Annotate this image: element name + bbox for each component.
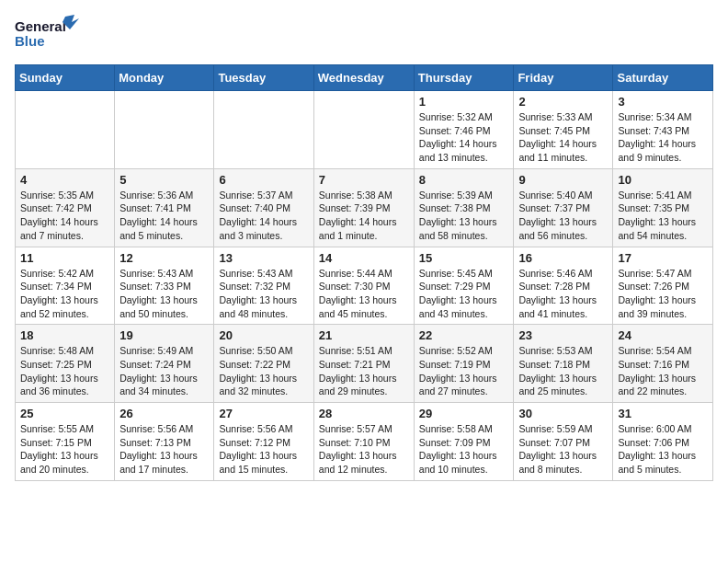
day-number: 18 bbox=[20, 328, 109, 342]
day-of-week-header: Tuesday bbox=[214, 65, 313, 91]
calendar-cell: 24Sunrise: 5:54 AM Sunset: 7:16 PM Dayli… bbox=[613, 325, 713, 403]
day-info: Sunrise: 5:55 AM Sunset: 7:15 PM Dayligh… bbox=[20, 422, 109, 477]
day-info: Sunrise: 5:49 AM Sunset: 7:24 PM Dayligh… bbox=[119, 344, 209, 398]
day-number: 28 bbox=[319, 407, 409, 420]
day-number: 15 bbox=[419, 251, 509, 265]
calendar-cell: 29Sunrise: 5:58 AM Sunset: 7:09 PM Dayli… bbox=[414, 403, 514, 481]
calendar-cell: 23Sunrise: 5:53 AM Sunset: 7:18 PM Dayli… bbox=[514, 325, 613, 403]
day-info: Sunrise: 5:42 AM Sunset: 7:34 PM Dayligh… bbox=[20, 267, 109, 321]
day-info: Sunrise: 5:34 AM Sunset: 7:43 PM Dayligh… bbox=[618, 110, 708, 165]
day-number: 14 bbox=[319, 251, 409, 265]
calendar-cell: 16Sunrise: 5:46 AM Sunset: 7:28 PM Dayli… bbox=[514, 247, 613, 325]
day-number: 9 bbox=[518, 173, 608, 187]
day-info: Sunrise: 5:41 AM Sunset: 7:35 PM Dayligh… bbox=[618, 189, 708, 243]
calendar-cell: 14Sunrise: 5:44 AM Sunset: 7:30 PM Dayli… bbox=[313, 247, 414, 325]
logo: GeneralBlue bbox=[15, 15, 79, 53]
svg-text:General: General bbox=[15, 18, 66, 34]
calendar-cell: 18Sunrise: 5:48 AM Sunset: 7:25 PM Dayli… bbox=[16, 325, 115, 403]
calendar-cell: 2Sunrise: 5:33 AM Sunset: 7:45 PM Daylig… bbox=[514, 91, 613, 169]
day-number: 16 bbox=[518, 251, 608, 265]
calendar-cell: 4Sunrise: 5:35 AM Sunset: 7:42 PM Daylig… bbox=[16, 168, 115, 247]
day-number: 30 bbox=[518, 407, 608, 420]
calendar-cell: 30Sunrise: 5:59 AM Sunset: 7:07 PM Dayli… bbox=[514, 403, 613, 481]
day-of-week-header: Saturday bbox=[613, 65, 713, 91]
day-number: 20 bbox=[219, 328, 308, 342]
day-of-week-header: Sunday bbox=[16, 65, 115, 91]
day-info: Sunrise: 5:52 AM Sunset: 7:19 PM Dayligh… bbox=[419, 344, 509, 398]
day-info: Sunrise: 5:48 AM Sunset: 7:25 PM Dayligh… bbox=[20, 344, 109, 398]
day-info: Sunrise: 5:46 AM Sunset: 7:28 PM Dayligh… bbox=[518, 267, 608, 321]
calendar-cell: 10Sunrise: 5:41 AM Sunset: 7:35 PM Dayli… bbox=[613, 168, 713, 247]
day-info: Sunrise: 5:45 AM Sunset: 7:29 PM Dayligh… bbox=[419, 267, 509, 321]
day-info: Sunrise: 6:00 AM Sunset: 7:06 PM Dayligh… bbox=[618, 422, 708, 477]
day-info: Sunrise: 5:58 AM Sunset: 7:09 PM Dayligh… bbox=[419, 422, 509, 477]
calendar-cell: 20Sunrise: 5:50 AM Sunset: 7:22 PM Dayli… bbox=[214, 325, 313, 403]
day-info: Sunrise: 5:40 AM Sunset: 7:37 PM Dayligh… bbox=[518, 189, 608, 243]
day-number: 29 bbox=[419, 407, 509, 420]
calendar-cell bbox=[16, 91, 115, 169]
day-number: 21 bbox=[319, 328, 409, 342]
calendar-cell: 1Sunrise: 5:32 AM Sunset: 7:46 PM Daylig… bbox=[414, 91, 514, 169]
calendar-cell: 15Sunrise: 5:45 AM Sunset: 7:29 PM Dayli… bbox=[414, 247, 514, 325]
day-number: 8 bbox=[419, 173, 509, 187]
day-info: Sunrise: 5:32 AM Sunset: 7:46 PM Dayligh… bbox=[419, 110, 509, 165]
calendar-cell: 7Sunrise: 5:38 AM Sunset: 7:39 PM Daylig… bbox=[313, 168, 414, 247]
day-info: Sunrise: 5:53 AM Sunset: 7:18 PM Dayligh… bbox=[518, 344, 608, 398]
day-info: Sunrise: 5:56 AM Sunset: 7:13 PM Dayligh… bbox=[119, 422, 209, 477]
calendar-cell bbox=[214, 91, 313, 169]
calendar-cell: 21Sunrise: 5:51 AM Sunset: 7:21 PM Dayli… bbox=[313, 325, 414, 403]
day-number: 10 bbox=[618, 173, 708, 187]
calendar-cell: 27Sunrise: 5:56 AM Sunset: 7:12 PM Dayli… bbox=[214, 403, 313, 481]
day-number: 7 bbox=[319, 173, 409, 187]
day-number: 2 bbox=[518, 95, 608, 109]
calendar-week-row: 18Sunrise: 5:48 AM Sunset: 7:25 PM Dayli… bbox=[16, 325, 713, 403]
day-number: 17 bbox=[618, 251, 708, 265]
day-of-week-header: Thursday bbox=[414, 65, 514, 91]
calendar-cell: 19Sunrise: 5:49 AM Sunset: 7:24 PM Dayli… bbox=[115, 325, 214, 403]
day-info: Sunrise: 5:36 AM Sunset: 7:41 PM Dayligh… bbox=[119, 189, 209, 243]
day-info: Sunrise: 5:54 AM Sunset: 7:16 PM Dayligh… bbox=[618, 344, 708, 398]
day-info: Sunrise: 5:59 AM Sunset: 7:07 PM Dayligh… bbox=[518, 422, 608, 477]
calendar-cell: 22Sunrise: 5:52 AM Sunset: 7:19 PM Dayli… bbox=[414, 325, 514, 403]
day-number: 23 bbox=[518, 328, 608, 342]
calendar-cell: 25Sunrise: 5:55 AM Sunset: 7:15 PM Dayli… bbox=[16, 403, 115, 481]
calendar-cell: 5Sunrise: 5:36 AM Sunset: 7:41 PM Daylig… bbox=[115, 168, 214, 247]
day-of-week-header: Wednesday bbox=[313, 65, 414, 91]
day-number: 1 bbox=[419, 95, 509, 109]
day-number: 26 bbox=[119, 407, 209, 420]
day-number: 11 bbox=[20, 251, 109, 265]
logo-svg: GeneralBlue bbox=[15, 15, 79, 53]
calendar-table: SundayMondayTuesdayWednesdayThursdayFrid… bbox=[15, 64, 713, 481]
calendar-week-row: 11Sunrise: 5:42 AM Sunset: 7:34 PM Dayli… bbox=[16, 247, 713, 325]
calendar-cell: 13Sunrise: 5:43 AM Sunset: 7:32 PM Dayli… bbox=[214, 247, 313, 325]
day-info: Sunrise: 5:39 AM Sunset: 7:38 PM Dayligh… bbox=[419, 189, 509, 243]
day-info: Sunrise: 5:51 AM Sunset: 7:21 PM Dayligh… bbox=[319, 344, 409, 398]
day-of-week-header: Monday bbox=[115, 65, 214, 91]
calendar-cell: 3Sunrise: 5:34 AM Sunset: 7:43 PM Daylig… bbox=[613, 91, 713, 169]
day-number: 22 bbox=[419, 328, 509, 342]
calendar-cell: 26Sunrise: 5:56 AM Sunset: 7:13 PM Dayli… bbox=[115, 403, 214, 481]
calendar-cell: 12Sunrise: 5:43 AM Sunset: 7:33 PM Dayli… bbox=[115, 247, 214, 325]
day-number: 5 bbox=[119, 173, 209, 187]
day-info: Sunrise: 5:33 AM Sunset: 7:45 PM Dayligh… bbox=[518, 110, 608, 165]
day-of-week-header: Friday bbox=[514, 65, 613, 91]
day-number: 3 bbox=[618, 95, 708, 109]
calendar-cell: 17Sunrise: 5:47 AM Sunset: 7:26 PM Dayli… bbox=[613, 247, 713, 325]
calendar-cell: 6Sunrise: 5:37 AM Sunset: 7:40 PM Daylig… bbox=[214, 168, 313, 247]
day-number: 25 bbox=[20, 407, 109, 420]
day-number: 31 bbox=[618, 407, 708, 420]
day-number: 19 bbox=[119, 328, 209, 342]
day-info: Sunrise: 5:47 AM Sunset: 7:26 PM Dayligh… bbox=[618, 267, 708, 321]
calendar-cell: 11Sunrise: 5:42 AM Sunset: 7:34 PM Dayli… bbox=[16, 247, 115, 325]
day-info: Sunrise: 5:43 AM Sunset: 7:32 PM Dayligh… bbox=[219, 267, 308, 321]
day-info: Sunrise: 5:38 AM Sunset: 7:39 PM Dayligh… bbox=[319, 189, 409, 243]
day-number: 13 bbox=[219, 251, 308, 265]
page-header: GeneralBlue bbox=[15, 15, 713, 53]
calendar-header-row: SundayMondayTuesdayWednesdayThursdayFrid… bbox=[16, 65, 713, 91]
calendar-week-row: 25Sunrise: 5:55 AM Sunset: 7:15 PM Dayli… bbox=[16, 403, 713, 481]
calendar-cell: 28Sunrise: 5:57 AM Sunset: 7:10 PM Dayli… bbox=[313, 403, 414, 481]
day-number: 24 bbox=[618, 328, 708, 342]
day-number: 12 bbox=[119, 251, 209, 265]
day-info: Sunrise: 5:44 AM Sunset: 7:30 PM Dayligh… bbox=[319, 267, 409, 321]
day-info: Sunrise: 5:56 AM Sunset: 7:12 PM Dayligh… bbox=[219, 422, 308, 477]
